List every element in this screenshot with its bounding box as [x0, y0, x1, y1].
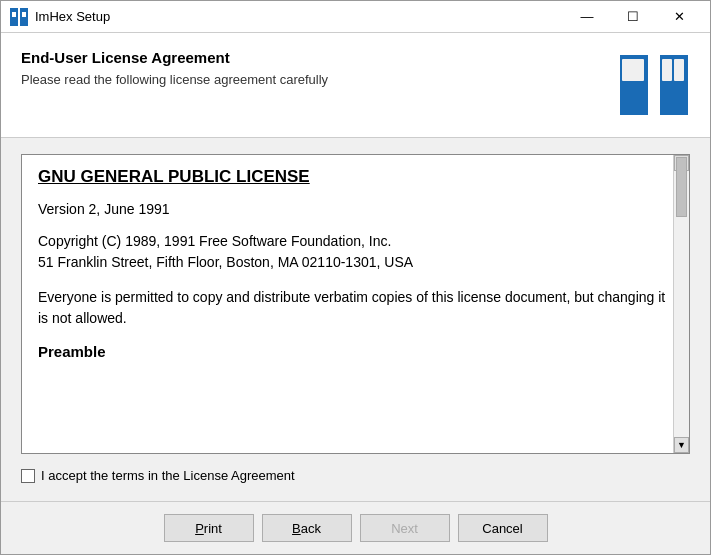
svg-rect-8	[674, 59, 684, 81]
svg-rect-7	[662, 59, 672, 81]
app-icon	[9, 7, 29, 27]
close-button[interactable]: ✕	[656, 1, 702, 33]
title-bar: ImHex Setup — ☐ ✕	[1, 1, 710, 33]
back-label: Back	[292, 521, 321, 536]
footer-section: Print Back Next Cancel	[1, 501, 710, 554]
header-subtitle: Please read the following license agreem…	[21, 72, 618, 87]
accept-terms-label: I accept the terms in the License Agreem…	[41, 468, 295, 483]
license-permission: Everyone is permitted to copy and distri…	[38, 287, 669, 329]
cancel-label: Cancel	[482, 521, 522, 536]
print-button[interactable]: Print	[164, 514, 254, 542]
license-title: GNU GENERAL PUBLIC LICENSE	[38, 167, 669, 187]
license-text-area[interactable]: GNU GENERAL PUBLIC LICENSE Version 2, Ju…	[22, 155, 689, 453]
maximize-button[interactable]: ☐	[610, 1, 656, 33]
svg-rect-3	[22, 12, 26, 17]
imhex-logo	[618, 49, 690, 121]
header-title: End-User License Agreement	[21, 49, 618, 66]
next-label: Next	[391, 521, 418, 536]
license-version: Version 2, June 1991	[38, 201, 669, 217]
accept-terms-checkbox[interactable]	[21, 469, 35, 483]
cancel-button[interactable]: Cancel	[458, 514, 548, 542]
setup-window: ImHex Setup — ☐ ✕ End-User License Agree…	[0, 0, 711, 555]
copyright-line2: 51 Franklin Street, Fifth Floor, Boston,…	[38, 254, 413, 270]
back-button[interactable]: Back	[262, 514, 352, 542]
accept-terms-row: I accept the terms in the License Agreem…	[21, 468, 690, 483]
minimize-button[interactable]: —	[564, 1, 610, 33]
window-title: ImHex Setup	[35, 9, 564, 24]
next-button[interactable]: Next	[360, 514, 450, 542]
copyright-line1: Copyright (C) 1989, 1991 Free Software F…	[38, 233, 391, 249]
scroll-down-button[interactable]: ▼	[674, 437, 689, 453]
header-text: End-User License Agreement Please read t…	[21, 49, 618, 87]
scrollbar-thumb[interactable]	[676, 157, 687, 217]
window-controls: — ☐ ✕	[564, 1, 702, 33]
license-preamble: Preamble	[38, 343, 669, 360]
license-copyright: Copyright (C) 1989, 1991 Free Software F…	[38, 231, 669, 273]
svg-rect-5	[622, 59, 644, 81]
header-section: End-User License Agreement Please read t…	[1, 33, 710, 138]
print-label: Print	[195, 521, 222, 536]
svg-rect-2	[12, 12, 16, 17]
scrollbar-track[interactable]: ▲ ▼	[673, 155, 689, 453]
content-area: GNU GENERAL PUBLIC LICENSE Version 2, Ju…	[1, 138, 710, 501]
license-box: GNU GENERAL PUBLIC LICENSE Version 2, Ju…	[21, 154, 690, 454]
